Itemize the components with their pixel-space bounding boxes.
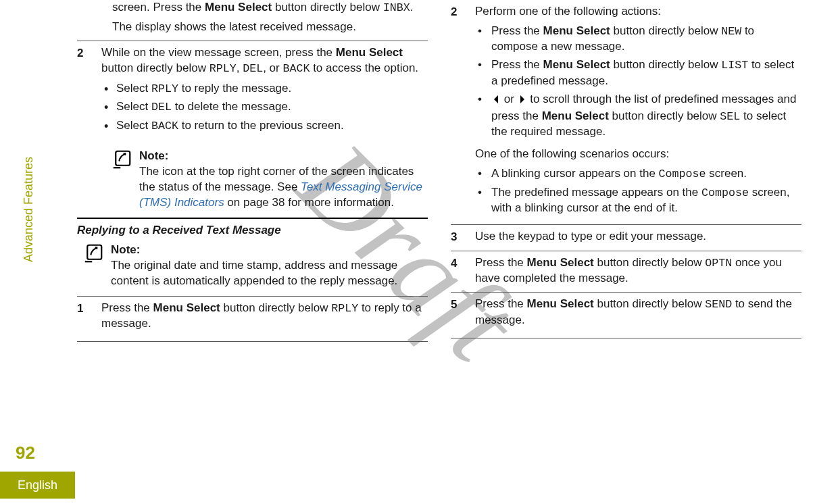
arrow-left-icon (493, 93, 499, 109)
intro-continuation: screen. Press the Menu Select button dir… (77, 0, 428, 35)
t: Perform one of the following actions: (475, 4, 801, 20)
t: to delete the message. (172, 100, 291, 113)
t: The original date and time stamp, addres… (111, 258, 428, 289)
note-body: Note: The original date and time stamp, … (111, 243, 428, 289)
text-mono: INBX (383, 1, 410, 14)
t: Use the keypad to type or edit your mess… (475, 229, 801, 245)
tm: OPTN (705, 257, 732, 270)
t: Menu Select (543, 58, 610, 71)
t: Press the (475, 297, 527, 310)
t: to return to the previous screen. (178, 119, 344, 132)
t: The predefined message appears on the (491, 186, 701, 199)
t: , or (263, 61, 282, 74)
reply-step-2: 2 Perform one of the following actions: … (451, 0, 801, 224)
t: Select (116, 82, 151, 95)
t: screen. (706, 167, 747, 180)
t: button directly below (220, 301, 331, 314)
t: Select (116, 100, 151, 113)
step-body: Perform one of the following actions: Pr… (475, 4, 801, 219)
t: Select (116, 119, 151, 132)
sidebar: Advanced Features 92 English (0, 0, 42, 504)
note-icon (84, 244, 103, 263)
tm: LIST (721, 59, 748, 72)
text: screen. Press the (112, 1, 205, 14)
page-root: Draft Advanced Features 92 English scree… (0, 0, 815, 504)
section-replying-heading: Replying to a Received Text Message (77, 218, 428, 238)
page-number: 92 (0, 441, 35, 465)
step-number: 3 (451, 229, 464, 245)
note-icon (112, 150, 131, 169)
tm: SEND (705, 298, 732, 311)
t: button directly below (101, 61, 209, 74)
t: Press the (491, 24, 543, 37)
column-right: 2 Perform one of the following actions: … (451, 0, 801, 436)
reply-step-4: 4 Press the Menu Select button directly … (451, 251, 801, 292)
t: A blinking cursor appears on the (491, 167, 659, 180)
t: One of the following scenarios occurs: (475, 147, 801, 162)
t: button directly below (610, 24, 721, 37)
tm: BACK (282, 62, 310, 75)
t: Menu Select (543, 24, 610, 37)
tm: Compose (659, 168, 706, 180)
list-item: Select DEL to delete the message. (101, 99, 428, 115)
note-title: Note: (111, 243, 428, 258)
note-reply-append: Note: The original date and time stamp, … (77, 243, 428, 289)
t: button directly below (609, 109, 720, 122)
step-body: Press the Menu Select button directly be… (475, 255, 801, 286)
note-title: Note: (139, 149, 428, 164)
t: Press the (101, 301, 153, 314)
tm: Compose (701, 186, 749, 199)
t: button directly below (594, 297, 705, 310)
reply-step-5: 5 Press the Menu Select button directly … (451, 292, 801, 333)
tm: RPLY (331, 302, 358, 315)
note-body: Note: The icon at the top right corner o… (139, 149, 428, 211)
t: button directly below (610, 58, 721, 71)
divider (77, 341, 428, 342)
step-number: 2 (77, 45, 91, 61)
reply-step-1: 1 Press the Menu Select button directly … (77, 296, 428, 337)
step-body: While on the view message screen, press … (101, 45, 428, 136)
t: Press the (475, 256, 527, 269)
list-item: or to scroll through the list of predefi… (475, 92, 801, 140)
tm: DEL (243, 62, 263, 75)
divider (451, 338, 801, 338)
t: Menu Select (527, 256, 594, 269)
list-item: The predefined message appears on the Co… (475, 185, 801, 216)
list-item: Select RPLY to reply the message. (101, 81, 428, 97)
step-2-view-msg: 2 While on the view message screen, pres… (77, 41, 428, 142)
step-number: 5 (451, 297, 464, 313)
text: . (410, 1, 414, 14)
t: , (237, 61, 243, 74)
text: Menu Select (205, 1, 272, 14)
t: Menu Select (542, 109, 609, 122)
list-item: Press the Menu Select button directly be… (475, 57, 801, 89)
t: While on the view message screen, press … (101, 46, 336, 59)
text: button directly below (272, 1, 382, 14)
t: Menu Select (153, 301, 220, 314)
t: button directly below (594, 256, 705, 269)
t: Press the (491, 58, 543, 71)
arrow-right-icon (519, 93, 526, 109)
step-number: 4 (451, 255, 464, 272)
t: or (501, 93, 518, 105)
tm: RPLY (209, 62, 237, 75)
step-body: Press the Menu Select button directly be… (475, 297, 801, 328)
tm: NEW (721, 25, 741, 38)
language-tab: English (0, 472, 75, 499)
tm: SEL (720, 110, 740, 123)
step2-action-bullets: Press the Menu Select button directly be… (475, 24, 801, 140)
svg-rect-2 (87, 245, 101, 259)
tm: BACK (151, 120, 178, 132)
tm: DEL (151, 101, 172, 114)
t: on page 38 for more information. (224, 196, 394, 209)
t: to access the option. (310, 61, 418, 74)
reply-step-3: 3 Use the keypad to type or edit your me… (451, 224, 801, 251)
list-item: Press the Menu Select button directly be… (475, 24, 801, 55)
tm: RPLY (151, 82, 178, 95)
step-body: Press the Menu Select button directly be… (101, 301, 428, 332)
intro-result: The display shows the latest received me… (112, 20, 428, 35)
list-item: Select BACK to return to the previous sc… (101, 118, 428, 134)
section-label: Advanced Features (20, 157, 36, 262)
content-columns: screen. Press the Menu Select button dir… (77, 0, 801, 436)
column-left: screen. Press the Menu Select button dir… (77, 0, 428, 436)
